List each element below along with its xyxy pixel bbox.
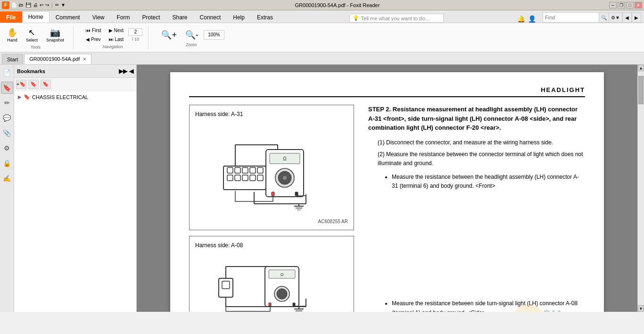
notification-icon[interactable]: 🔔: [517, 15, 525, 23]
bookmarks-expand-btn[interactable]: ▶▶: [119, 68, 127, 75]
lightbulb-icon: 💡: [353, 15, 359, 21]
find-input[interactable]: [543, 12, 599, 23]
numbered-list: (1) Disconnect the connector, and measur…: [368, 138, 585, 168]
user-icon[interactable]: 👤: [528, 15, 536, 23]
svg-rect-27: [272, 192, 274, 196]
find-options-btn[interactable]: ⚙▼: [609, 12, 622, 23]
next-page-btn[interactable]: ▶ Next: [106, 26, 127, 34]
scroll-down-btn[interactable]: ▼: [638, 305, 644, 312]
bookmarks-title: Bookmarks: [17, 68, 45, 74]
right-scrollbar[interactable]: ▲ ▼: [637, 65, 644, 312]
last-page-icon: ⏭: [109, 37, 114, 42]
sidebar-icon-annotations[interactable]: ✏: [1, 97, 13, 109]
close-btn[interactable]: ✕: [635, 2, 642, 8]
sidebar-icon-attachments[interactable]: 📎: [1, 127, 13, 139]
find-prev-btn[interactable]: ◀: [622, 12, 632, 23]
svg-rect-5: [257, 167, 263, 173]
sidebar-icon-security[interactable]: 🔒: [1, 157, 13, 169]
tab-help[interactable]: Help: [227, 11, 251, 23]
scroll-thumb[interactable]: [638, 76, 644, 104]
ribbon-group-zoom: 🔍+ 🔍- Zoom: [158, 28, 230, 47]
tab-close-btn[interactable]: ✕: [83, 57, 86, 62]
diagram-svg-a31: Ω: [195, 121, 346, 216]
select-btn[interactable]: ↖ Select: [23, 26, 41, 44]
tell-me-placeholder: Tell me what you want to do...: [361, 16, 429, 21]
pdf-viewer[interactable]: HEADLIGHT Harness side: A-31: [137, 65, 637, 312]
zoom-out-icon: 🔍-: [185, 30, 198, 40]
tab-view[interactable]: View: [86, 11, 111, 23]
page-header: HEADLIGHT: [189, 86, 585, 97]
diagram-and-text-layout: Harness side: A-31: [189, 105, 585, 312]
tab-connect[interactable]: Connect: [194, 11, 227, 23]
tell-me-input[interactable]: 💡 Tell me what you want to do...: [349, 14, 444, 23]
zoom-out-btn[interactable]: 🔍-: [182, 28, 202, 42]
scroll-up-btn[interactable]: ▲: [638, 65, 644, 71]
sidebar-icon-properties[interactable]: ⚙: [1, 142, 13, 154]
bullet-item-2: Measure the resistance between side turn…: [392, 299, 585, 312]
bullet-list-2: Measure the resistance between side turn…: [368, 299, 585, 312]
bookmarks-header: Bookmarks ▶▶ ◀: [14, 65, 136, 78]
svg-rect-51: [293, 303, 295, 306]
find-next-btn[interactable]: ▶: [632, 12, 641, 23]
last-page-btn[interactable]: ⏭ Last: [106, 35, 127, 43]
svg-rect-6: [227, 175, 233, 181]
window-controls[interactable]: ─ ❐ □ ✕: [609, 2, 642, 8]
tab-document[interactable]: GR00001900-54A.pdf ✕: [24, 54, 91, 64]
tab-protect[interactable]: Protect: [136, 11, 166, 23]
tab-extras[interactable]: Extras: [251, 11, 279, 23]
sidebar-icon-comments[interactable]: 💬: [1, 112, 13, 124]
select-icon: ↖: [28, 27, 35, 38]
bookmarks-panel: Bookmarks ▶▶ ◀ +🔖 🔖 🔖 ▶ 🔖 CHASSIS ELECTR…: [14, 65, 137, 312]
page-number-input[interactable]: [128, 28, 142, 36]
svg-rect-8: [242, 175, 248, 181]
svg-rect-34: [222, 281, 230, 289]
svg-point-49: [277, 289, 287, 299]
prev-page-btn[interactable]: ◀ Prev: [83, 35, 104, 43]
doc-tabs: Start GR00001900-54A.pdf ✕: [0, 52, 644, 65]
restore-btn[interactable]: ❐: [618, 2, 625, 8]
find-search-btn[interactable]: 🔍: [599, 12, 609, 23]
bookmark-add-btn[interactable]: +🔖: [16, 80, 26, 89]
scroll-track: [638, 71, 644, 305]
text-column: STEP 2. Resistance measurement at headli…: [368, 105, 585, 312]
tab-file[interactable]: File: [0, 11, 22, 23]
tab-comment[interactable]: Comment: [50, 11, 86, 23]
title-bar-icons[interactable]: F 📄 🗁 💾 🖨 ↩ ↪ ✏ ▼: [2, 1, 66, 9]
first-page-icon: ⏮: [86, 28, 91, 33]
window-title: GR00001900-54A.pdf - Foxit Reader: [66, 2, 609, 8]
list-item-1-text: Disconnect the connector, and measure at…: [386, 139, 553, 146]
bookmark-item-chassis[interactable]: ▶ 🔖 CHASSIS ELECTRICAL: [16, 93, 134, 101]
svg-rect-50: [269, 303, 271, 306]
zoom-in-icon: 🔍+: [161, 30, 177, 40]
tab-document-label: GR00001900-54A.pdf: [29, 56, 80, 62]
zoom-in-btn[interactable]: 🔍+: [158, 28, 180, 42]
first-page-btn[interactable]: ⏮ First: [83, 26, 104, 34]
page-content: HEADLIGHT Harness side: A-31: [170, 72, 604, 312]
bookmark-label-chassis: CHASSIS ELECTRICAL: [32, 94, 88, 100]
next-page-icon: ▶: [109, 28, 113, 33]
tab-share[interactable]: Share: [166, 11, 194, 23]
sidebar-icon-bookmarks[interactable]: 🔖: [1, 82, 13, 94]
tab-start[interactable]: Start: [2, 54, 23, 64]
bookmarks-content: ▶ 🔖 CHASSIS ELECTRICAL: [14, 91, 136, 312]
sidebar-icon-page[interactable]: 📄: [1, 67, 13, 79]
svg-rect-10: [257, 175, 263, 181]
bookmark-tool3-btn[interactable]: 🔖: [41, 80, 51, 89]
page-count: / 10: [132, 37, 139, 42]
maximize-btn[interactable]: □: [626, 2, 634, 8]
tab-form[interactable]: Form: [111, 11, 136, 23]
snapshot-btn[interactable]: 📷 Snapshot: [43, 26, 67, 44]
diagram-svg-a08: Ω: [195, 252, 346, 312]
minimize-btn[interactable]: ─: [609, 2, 617, 8]
ribbon-group-clipboard: ✋ Hand ↖ Select 📷 Snapshot Tools: [4, 26, 74, 50]
diagram-label-a31: Harness side: A-31: [195, 111, 348, 117]
svg-point-26: [283, 176, 287, 180]
bullet-list: Measure the resistance between the headl…: [368, 173, 585, 191]
bookmarks-close-btn[interactable]: ◀: [129, 68, 133, 75]
hand-tool-btn[interactable]: ✋ Hand: [4, 26, 21, 44]
zoom-input[interactable]: [204, 30, 224, 40]
bookmark-tool2-btn[interactable]: 🔖: [28, 80, 39, 89]
tab-home[interactable]: Home: [22, 11, 50, 23]
diagram-caption-a31: AC608255 AR: [195, 219, 348, 224]
sidebar-icon-signatures[interactable]: ✍: [1, 172, 13, 184]
